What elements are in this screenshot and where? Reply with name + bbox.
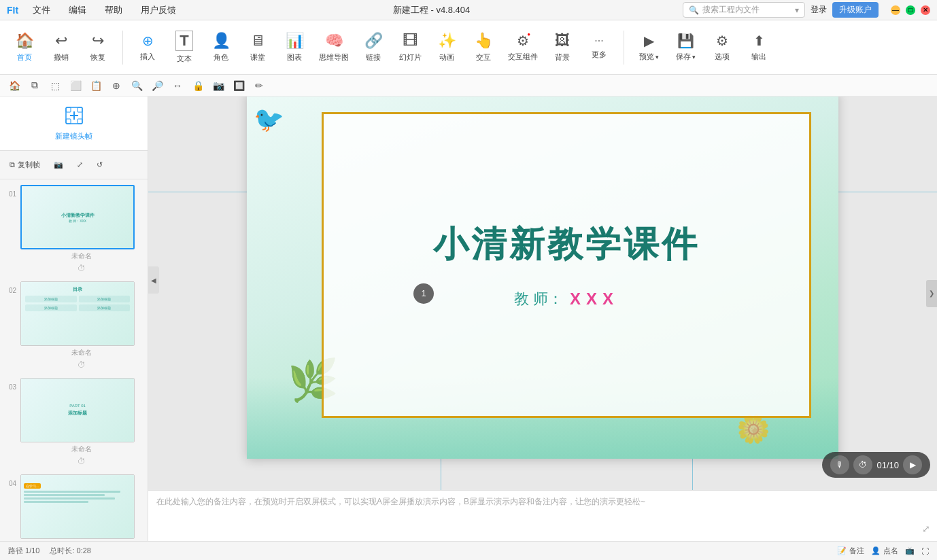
toolbar-role-label: 角色 [214,52,228,63]
login-button[interactable]: 登录 [811,4,827,16]
role-icon: 👤 [212,32,231,50]
canvas-scroll[interactable]: 🐦 🌿 🌼 小清新教学课件 教 师： XXX [148,97,937,490]
sub-paste-btn[interactable]: ⬚ [46,77,64,94]
menu-edit[interactable]: 编辑 [65,3,90,18]
toolbar-action-group: ▶ 预览▾ 💾 保存▾ ⚙ 选项 ⬆ 输出 [631,29,777,65]
slide-panel: 新建镜头帧 ⧉ 复制帧 📷 ⤢ ↺ 01 [0,97,148,541]
toolbar-animation-label: 动画 [439,52,454,63]
sub-clipboard-btn[interactable]: 📋 [87,77,105,94]
new-frame-button[interactable]: 新建镜头帧 [0,97,148,151]
sub-lock-btn[interactable]: 🔒 [189,77,207,94]
sub-frame-btn[interactable]: ⬜ [67,77,84,94]
slide-main-title: 小清新教学课件 [433,221,700,268]
slide-center-box: 小清新教学课件 教 师： XXX [322,112,811,418]
notes-bottom-icon: 📝 [837,546,847,555]
duration-info: 总时长: 0:28 [50,546,91,556]
toolbar-export[interactable]: ⬆ 输出 [741,29,777,65]
slide-canvas[interactable]: 🐦 🌿 🌼 小清新教学课件 教 师： XXX [247,97,838,459]
slide-subtitle: 教 师： XXX [514,289,619,309]
timer-button[interactable]: ⏱ [853,455,872,474]
points-btn[interactable]: 👤 点名 [871,546,898,556]
slide-thumb-1-title: 小清新教学课件 [61,212,95,219]
copy-frame-btn[interactable]: ⧉ 复制帧 [5,158,44,172]
toolbar-divider-1 [122,31,123,65]
insert-icon: ⊕ [142,33,154,49]
toolbar-interact[interactable]: 👆 交互 [466,29,501,66]
right-panel-toggle[interactable]: ❯ [926,280,937,307]
sub-zoom-out-btn[interactable]: 🔎 [148,77,166,94]
sub-zoom-in-btn[interactable]: 🔍 [128,77,146,94]
toolbar-chart[interactable]: 📊 图表 [277,29,312,66]
toolbar-home[interactable]: 🏠 首页 [7,29,42,66]
toolbar-interact-label: 交互 [476,52,491,63]
slide-thumb-4[interactable]: 在学习... [20,474,135,539]
toolbar-more[interactable]: ··· 更多 [581,31,617,63]
rotate-icon: ↺ [97,160,103,169]
menu-help[interactable]: 帮助 [101,3,126,18]
slide-thumb-2-grid: 添加标题 添加标题 添加标题 添加标题 [25,296,130,311]
menu-file[interactable]: 文件 [29,3,54,18]
toolbar-animation[interactable]: ✨ 动画 [429,29,464,66]
toolbar-mindmap[interactable]: 🧠 思维导图 [313,29,354,66]
sub-grid-btn[interactable]: 🔲 [230,77,248,94]
toolbar-classroom[interactable]: 🖥 课堂 [240,29,275,66]
sub-add-btn[interactable]: ⊕ [107,77,125,94]
slide-thumb-1-bg: 小清新教学课件 教 师：XXX [22,186,133,248]
sub-screenshot-btn[interactable]: 📷 [209,77,227,94]
slide-item-4: 04 在学习... 未命名 [5,474,142,541]
screen-cast-btn[interactable]: 📺 [905,546,915,555]
toolbar-options[interactable]: ⚙ 选项 [704,29,740,65]
slide-thumb-2-title: 目录 [25,286,130,293]
slide-thumb-2[interactable]: 目录 添加标题 添加标题 添加标题 添加标题 [20,281,135,346]
toolbar-redo[interactable]: ↪ 恢复 [80,29,116,66]
playback-controls: 🎙 ⏱ 01/10 ▶ [822,452,930,478]
slide-thumb-1[interactable]: 小清新教学课件 教 师：XXX [20,185,135,249]
toolbar-slide[interactable]: 🎞 幻灯片 [392,29,428,66]
background-icon: 🖼 [555,32,570,50]
main-area: 新建镜头帧 ⧉ 复制帧 📷 ⤢ ↺ 01 [0,97,937,541]
menu-feedback[interactable]: 用户反馈 [137,3,180,18]
screenshot-icon: 📷 [54,160,63,169]
search-box[interactable]: 🔍 搜索工程内文件 ▾ [683,2,805,18]
record-button[interactable]: 🎙 [830,455,849,474]
sub-copy-btn[interactable]: ⧉ [26,77,44,94]
toolbar-save[interactable]: 💾 保存▾ [668,29,703,65]
toolbar-link-label: 链接 [366,52,381,63]
close-button[interactable]: ✕ [921,5,930,15]
slide-item-2: 02 目录 添加标题 添加标题 添加标题 添加标题 [5,281,142,370]
toolbar-role[interactable]: 👤 角色 [203,29,239,66]
slide-label-2: 未命名 [20,348,142,357]
toolbar-mindmap-label: 思维导图 [319,52,349,63]
slide-background: 🐦 🌿 🌼 小清新教学课件 教 师： XXX [247,97,838,459]
toolbar-interact-group[interactable]: ⚙● 交互组件 [502,29,543,65]
sub-edit-btn[interactable]: ✏ [250,77,268,94]
chart-icon: 📊 [286,32,304,50]
slide-num-1: 01 [5,190,16,198]
fullscreen-btn[interactable]: ⤢ [73,158,87,171]
sub-fit-btn[interactable]: ↔ [169,77,186,94]
toolbar-export-label: 输出 [751,52,766,62]
next-slide-button[interactable]: ▶ [903,455,922,474]
maximize-button[interactable]: □ [906,5,915,15]
fullscreen-bottom-btn[interactable]: ⛶ [921,547,929,555]
slide-thumb-wrap-4: 在学习... 未命名 [20,474,142,541]
toolbar-undo[interactable]: ↩ 撤销 [44,29,79,66]
toolbar-link[interactable]: 🔗 链接 [356,29,391,66]
toolbar-background[interactable]: 🖼 背景 [545,29,580,66]
canvas-area: 🐦 🌿 🌼 小清新教学课件 教 师： XXX [148,97,937,541]
slide-thumb-3[interactable]: PART 01 添加标题 [20,378,135,442]
minimize-button[interactable]: — [891,5,900,15]
toolbar-preview[interactable]: ▶ 预览▾ [631,29,666,65]
sub-home-btn[interactable]: 🏠 [5,77,23,94]
panel-collapse-button[interactable]: ◀ [148,266,159,294]
toolbar-insert[interactable]: ⊕ 插入 [130,29,165,65]
screenshot-btn[interactable]: 📷 [50,158,67,171]
slide-thumb-wrap-2: 目录 添加标题 添加标题 添加标题 添加标题 未命名 ⏱ [20,281,142,370]
toolbar-text[interactable]: T 文本 [167,27,202,67]
notes-bottom-btn[interactable]: 📝 备注 [837,546,864,556]
rotate-btn[interactable]: ↺ [92,158,107,171]
notes-expand-button[interactable]: ⤢ [922,523,930,534]
slide-label-1: 未命名 [20,251,142,261]
interact-icon: 👆 [475,32,493,50]
upgrade-button[interactable]: 升级账户 [832,2,879,18]
